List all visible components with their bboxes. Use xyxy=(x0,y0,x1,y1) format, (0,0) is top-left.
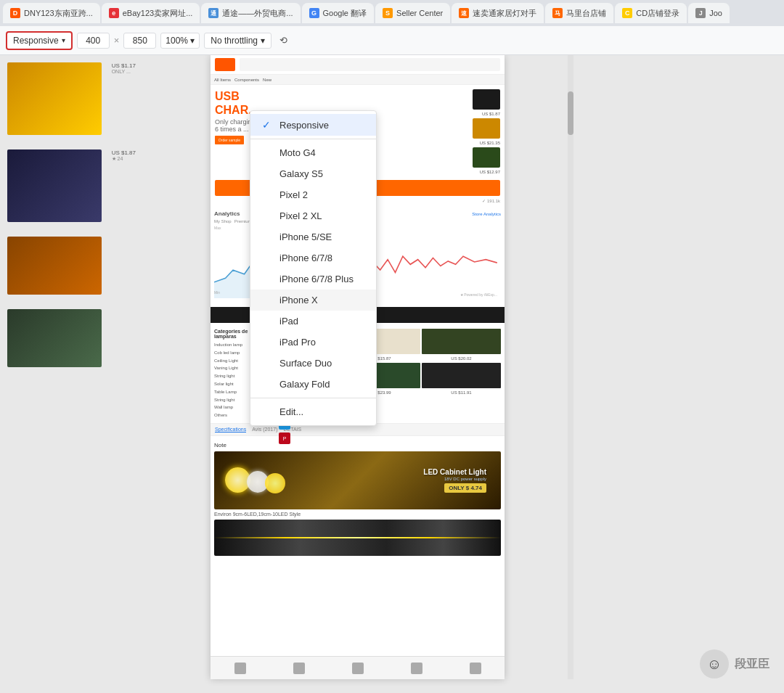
dropdown-item-motog4[interactable]: Moto G4 xyxy=(250,142,376,163)
sidebar-text-1: ONLY ... xyxy=(112,69,136,74)
cat-price-3: US $20.02 xyxy=(422,356,501,361)
tab-label-cd: CD店铺登录 xyxy=(636,8,679,19)
pinterest-icon[interactable]: P xyxy=(279,432,290,444)
product-thumb-2 xyxy=(473,118,500,139)
responsive-mode-button[interactable]: Responsive ▾ xyxy=(6,31,73,50)
dropdown-label-iphone5se: iPhone 5/SE xyxy=(279,231,332,242)
tab-seller[interactable]: S Seller Center xyxy=(375,3,450,23)
tab-favicon-joo: J xyxy=(695,8,706,18)
tab-favicon-google: G xyxy=(309,8,319,18)
led-strip-glow xyxy=(214,537,501,538)
tab-label-seller: Seller Center xyxy=(396,9,443,17)
dropdown-label-pixel2xl: Pixel 2 XL xyxy=(279,210,322,221)
bottom-nav-icon-4[interactable] xyxy=(411,663,422,674)
bottom-nav xyxy=(211,656,505,679)
dropdown-item-surfaceduo[interactable]: Surface Duo xyxy=(250,353,376,374)
analytics-tab-shop[interactable]: My Shop xyxy=(214,219,232,224)
tab-dny123[interactable]: D DNY123东南亚跨... xyxy=(3,3,100,23)
zoom-arrow: ▾ xyxy=(190,36,195,46)
tab-favicon-sumai: 速 xyxy=(459,8,469,18)
bottom-nav-icon-3[interactable] xyxy=(352,663,364,674)
chart-attribution: ★ Powered by AliExp... xyxy=(460,292,497,297)
site-nav-new: New xyxy=(263,78,271,82)
watermark-icon: ☺ xyxy=(700,649,729,678)
tab-label-mali: 马里台店铺 xyxy=(566,8,606,19)
dropdown-label-edit: Edit... xyxy=(279,406,303,417)
zoom-selector[interactable]: 100% ▾ xyxy=(160,33,200,49)
dropdown-divider-2 xyxy=(250,398,376,398)
sidebar-price-1: US $1.17 xyxy=(112,62,136,69)
rotate-icon[interactable]: ⟲ xyxy=(276,33,290,48)
product-description: Environ 9cm-6LED,19cm-10LED Style xyxy=(214,512,501,517)
dropdown-item-iphone5se[interactable]: iPhone 5/SE xyxy=(250,226,376,247)
tab-favicon-ebay: e xyxy=(109,8,119,18)
watermark: ☺ 段亚臣 xyxy=(700,649,769,678)
led-circle-3 xyxy=(265,473,285,493)
responsive-label: Responsive xyxy=(13,36,59,46)
dropdown-item-iphonex[interactable]: iPhone X xyxy=(250,290,376,311)
dropdown-label-surfaceduo: Surface Duo xyxy=(279,358,332,369)
thumb-price-3: US $12.97 xyxy=(473,170,500,174)
browser-tab-bar: D DNY123东南亚跨... e eBay123卖家网址... 通 通途——外… xyxy=(0,0,784,26)
bottom-nav-icon-1[interactable] xyxy=(234,663,246,674)
width-input[interactable] xyxy=(77,33,110,49)
strip-light-banner xyxy=(214,520,501,556)
tab-label-dny: DNY123东南亚跨... xyxy=(24,8,93,19)
chart-y-min: Min xyxy=(214,290,220,295)
led-subtitle: 18V DC power supply xyxy=(423,477,486,481)
throttle-arrow: ▾ xyxy=(261,36,265,46)
throttle-selector[interactable]: No throttling ▾ xyxy=(204,33,271,49)
thumb-price-1: US $1.87 xyxy=(473,112,500,116)
note-section: Note LED Cabinet Light 18V DC power supp… xyxy=(211,438,505,559)
dropdown-label-ipadpro: iPad Pro xyxy=(279,337,316,348)
dropdown-label-responsive: Responsive xyxy=(279,120,329,131)
product-thumb-1 xyxy=(473,89,500,110)
dropdown-item-galaxys5[interactable]: Galaxy S5 xyxy=(250,163,376,184)
tab-sumai[interactable]: 速 速卖通家居灯对手 xyxy=(452,3,544,23)
dropdown-label-galaxyfold: Galaxy Fold xyxy=(279,379,330,390)
tab-favicon-tongtong: 通 xyxy=(208,8,219,18)
dropdown-item-iphone678plus[interactable]: iPhone 6/7/8 Plus xyxy=(250,268,376,290)
left-sidebar-background: US $1.17 ONLY ... US $1.87 ★ 24 xyxy=(0,55,207,679)
dropdown-item-pixel2xl[interactable]: Pixel 2 XL xyxy=(250,205,376,226)
tab-google[interactable]: G Google 翻译 xyxy=(302,3,375,23)
cat-product-6[interactable] xyxy=(422,363,501,388)
chart-y-max: Max xyxy=(214,226,221,230)
analytics-title: Analytics xyxy=(214,210,240,217)
site-search-bar[interactable] xyxy=(240,58,500,71)
dropdown-item-iphone678[interactable]: iPhone 6/7/8 xyxy=(250,247,376,268)
dropdown-item-ipad[interactable]: iPad xyxy=(250,311,376,332)
tab-joo[interactable]: J Joo xyxy=(688,3,730,23)
tab-label-tongtong: 通途——外贸电商... xyxy=(222,8,293,19)
dropdown-label-pixel2: Pixel 2 xyxy=(279,189,308,200)
scrollbar-thumb[interactable] xyxy=(568,91,573,135)
tab-mali[interactable]: 马 马里台店铺 xyxy=(545,3,613,23)
analytics-link[interactable]: Store Analytics xyxy=(472,212,501,216)
tab-favicon-seller: S xyxy=(383,8,393,18)
order-button[interactable]: Order sample xyxy=(215,136,244,144)
dropdown-item-edit[interactable]: Edit... xyxy=(250,401,376,422)
note-title: Note xyxy=(214,442,501,448)
tab-tongtong[interactable]: 通 通途——外贸电商... xyxy=(201,3,300,23)
page-scrollbar[interactable] xyxy=(568,55,573,679)
dropdown-label-galaxys5: Galaxy S5 xyxy=(279,168,323,179)
tab-desc[interactable]: Avis (2017) xyxy=(252,427,277,432)
dropdown-label-motog4: Moto G4 xyxy=(279,147,316,158)
device-dropdown-menu: ✓ Responsive Moto G4 Galaxy S5 Pixel 2 P… xyxy=(250,110,377,426)
tab-cd[interactable]: C CD店铺登录 xyxy=(615,3,687,23)
chart-red-line xyxy=(362,256,497,272)
cat-product-3[interactable] xyxy=(422,329,501,354)
dropdown-item-responsive[interactable]: ✓ Responsive xyxy=(250,114,376,136)
bottom-nav-icon-5[interactable] xyxy=(470,663,481,674)
dimension-separator: × xyxy=(114,35,120,46)
dropdown-item-ipadpro[interactable]: iPad Pro xyxy=(250,332,376,353)
product-thumb-3 xyxy=(473,147,500,168)
dropdown-item-pixel2[interactable]: Pixel 2 xyxy=(250,184,376,205)
dropdown-item-galaxyfold[interactable]: Galaxy Fold xyxy=(250,374,376,395)
sidebar-product-1 xyxy=(7,62,102,135)
tab-ebay[interactable]: e eBay123卖家网址... xyxy=(102,3,200,23)
sidebar-rating-2: ★ 24 xyxy=(112,156,136,162)
tab-specs[interactable]: Specifications xyxy=(215,427,246,432)
bottom-nav-icon-2[interactable] xyxy=(293,663,305,674)
height-input[interactable] xyxy=(123,33,156,49)
